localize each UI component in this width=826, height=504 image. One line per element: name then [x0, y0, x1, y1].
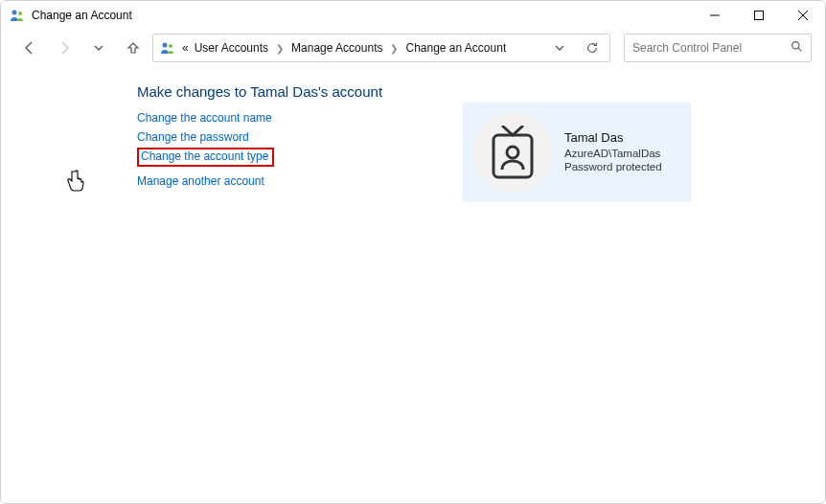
refresh-button[interactable]: [581, 36, 604, 59]
svg-point-11: [507, 147, 518, 158]
address-dropdown[interactable]: [548, 36, 571, 59]
search-icon[interactable]: [791, 40, 803, 56]
window-title: Change an Account: [32, 9, 693, 22]
svg-line-9: [798, 48, 801, 51]
nav-row: « User Accounts ❯ Manage Accounts ❯ Chan…: [1, 30, 825, 66]
titlebar: Change an Account: [1, 1, 825, 30]
window-controls: [693, 1, 825, 30]
avatar: [472, 112, 553, 193]
up-button[interactable]: [118, 34, 149, 61]
highlight-annotation: Change the account type: [137, 148, 274, 167]
people-icon: [159, 39, 176, 57]
link-manage-other[interactable]: Manage another account: [137, 174, 264, 188]
svg-point-1: [18, 11, 22, 15]
left-column: [20, 83, 135, 194]
breadcrumb-overflow[interactable]: «: [180, 41, 191, 55]
breadcrumb-item[interactable]: Manage Accounts: [289, 41, 384, 55]
search-input[interactable]: [632, 41, 791, 55]
svg-point-6: [163, 43, 168, 48]
link-change-password[interactable]: Change the password: [137, 130, 249, 144]
svg-point-0: [12, 11, 17, 15]
close-button[interactable]: [781, 1, 825, 30]
svg-rect-10: [493, 135, 532, 177]
back-button[interactable]: [14, 34, 45, 61]
svg-point-8: [792, 42, 799, 49]
address-bar[interactable]: « User Accounts ❯ Manage Accounts ❯ Chan…: [152, 34, 610, 62]
maximize-button[interactable]: [737, 1, 781, 30]
chevron-right-icon: ❯: [386, 43, 402, 54]
id-badge-icon: [489, 126, 537, 179]
minimize-button[interactable]: [693, 1, 737, 30]
recent-dropdown[interactable]: [83, 34, 114, 61]
svg-rect-3: [755, 11, 764, 20]
account-tile[interactable]: Tamal Das AzureAD\TamalDas Password prot…: [463, 103, 691, 202]
forward-button[interactable]: [49, 34, 80, 61]
link-change-type[interactable]: Change the account type: [141, 149, 268, 163]
breadcrumb-item[interactable]: User Accounts: [193, 41, 270, 55]
page-title: Make changes to Tamal Das's account: [137, 83, 806, 100]
search-box[interactable]: [624, 34, 812, 62]
content-area: Make changes to Tamal Das's account Chan…: [1, 66, 825, 194]
people-icon: [9, 7, 26, 24]
breadcrumb-item[interactable]: Change an Account: [403, 41, 508, 55]
svg-point-7: [169, 44, 172, 48]
account-identity: AzureAD\TamalDas: [564, 147, 662, 161]
chevron-right-icon: ❯: [272, 43, 287, 54]
account-status: Password protected: [564, 160, 662, 174]
account-info: Tamal Das AzureAD\TamalDas Password prot…: [564, 130, 662, 175]
link-change-name[interactable]: Change the account name: [137, 111, 272, 125]
account-name: Tamal Das: [564, 130, 662, 147]
